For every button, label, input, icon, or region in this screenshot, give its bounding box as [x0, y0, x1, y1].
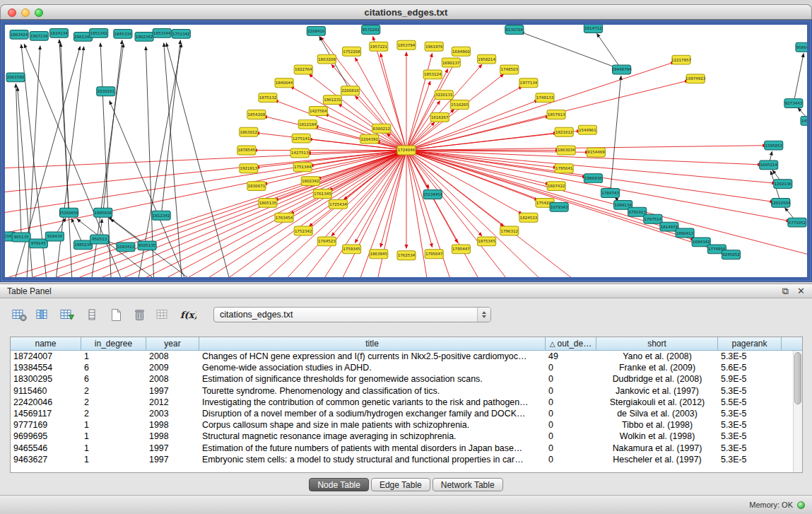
graph-node[interactable]: 1805135: [259, 198, 277, 207]
graph-node[interactable]: 1275141: [292, 134, 310, 143]
graph-node[interactable]: 1854208: [247, 110, 266, 119]
table-row[interactable]: 911546021997Tourette syndrome. Phenomeno…: [11, 385, 802, 397]
graph-node[interactable]: 1761345: [313, 189, 331, 199]
graph-node[interactable]: 9572241: [362, 25, 380, 34]
graph-node[interactable]: 1830671: [247, 182, 266, 191]
graph-node[interactable]: 1890413: [676, 228, 694, 238]
graph-node[interactable]: 2208416: [307, 26, 325, 35]
table-row[interactable]: 969969511998Structural magnetic resonanc…: [11, 431, 802, 442]
graph-node[interactable]: 1605214: [760, 160, 778, 170]
graph-node[interactable]: 25260650: [59, 208, 79, 217]
graph-node[interactable]: 1684900: [452, 47, 470, 56]
graph-node[interactable]: 6771052: [788, 218, 806, 227]
show-columns-icon[interactable]: [34, 306, 53, 324]
graph-node[interactable]: 1079343: [550, 202, 568, 211]
graph-node[interactable]: 9505135: [138, 241, 156, 250]
graph-node[interactable]: 2030161: [97, 87, 115, 96]
graph-node[interactable]: 19448794: [612, 65, 632, 74]
graph-node[interactable]: 1885838: [94, 208, 112, 217]
graph-node[interactable]: 1797514: [644, 214, 662, 223]
graph-node[interactable]: 1427564: [309, 107, 327, 116]
graph-node[interactable]: 1977134: [519, 78, 538, 88]
graph-node[interactable]: 8130704: [505, 25, 524, 34]
table-options-icon[interactable]: [10, 306, 29, 324]
graph-node[interactable]: 1690137: [442, 58, 460, 67]
graph-edge[interactable]: [18, 87, 34, 277]
graph-edge[interactable]: [5, 151, 406, 193]
graph-node[interactable]: 2061590: [6, 73, 25, 82]
graph-node[interactable]: 1752208: [343, 47, 361, 56]
citation-network-graph[interactable]: 1724046186303417956411807422175420818245…: [5, 25, 807, 277]
graph-node[interactable]: 15134454: [423, 190, 443, 199]
graph-node[interactable]: 1878545: [237, 146, 256, 155]
tab-edge-table[interactable]: Edge Table: [371, 478, 430, 491]
close-panel-icon[interactable]: ✕: [797, 286, 805, 296]
graph-edge[interactable]: [406, 69, 448, 150]
column-header-in-degree[interactable]: in_degree: [81, 337, 146, 351]
graph-node[interactable]: 1764523: [317, 237, 336, 246]
graph-node[interactable]: 1857913: [547, 110, 565, 119]
scrollbar-thumb[interactable]: [794, 352, 801, 404]
graph-node[interactable]: 1427513: [290, 148, 309, 158]
column-header-title[interactable]: title: [199, 337, 546, 351]
column-header-pagerank[interactable]: pagerank: [718, 337, 782, 351]
graph-node[interactable]: 1853124: [423, 70, 442, 79]
graph-node[interactable]: 1821612: [555, 127, 573, 136]
graph-node[interactable]: 1812342: [152, 211, 170, 220]
graph-node[interactable]: 1921813: [240, 164, 258, 173]
graph-node[interactable]: 1763454: [275, 213, 293, 222]
graph-node[interactable]: 1962342: [135, 32, 153, 41]
graph-edge[interactable]: [103, 40, 122, 213]
graph-node[interactable]: 1863012: [240, 127, 258, 136]
graph-node[interactable]: 905135: [12, 233, 30, 242]
graph-node[interactable]: 1985234: [74, 240, 93, 250]
graph-node[interactable]: 1795641: [555, 164, 573, 173]
graph-node[interactable]: 1762534: [397, 251, 416, 260]
table-row[interactable]: 977716911998Corpus callosum shape and si…: [11, 419, 802, 431]
graph-node[interactable]: 1807422: [547, 182, 565, 191]
column-header-out-de[interactable]: △out_de…: [546, 337, 596, 351]
graph-node[interactable]: 12010504: [771, 198, 792, 207]
graph-node[interactable]: 979145: [29, 239, 47, 248]
graph-node[interactable]: 1616267: [430, 112, 449, 122]
graph-node[interactable]: 2200816: [341, 86, 360, 95]
graph-node[interactable]: 1853794: [397, 40, 416, 49]
graph-edge[interactable]: [596, 33, 621, 69]
graph-node[interactable]: 1595853: [765, 141, 783, 150]
column-header-year[interactable]: year: [146, 337, 199, 351]
graph-node[interactable]: 1958214: [478, 54, 496, 64]
graph-node[interactable]: 1875132: [259, 93, 277, 103]
graph-node[interactable]: 1451413: [801, 116, 807, 125]
graph-node[interactable]: 1796312: [500, 226, 519, 235]
graph-node[interactable]: 2814712: [584, 25, 602, 33]
graph-node[interactable]: 1863945: [370, 250, 388, 259]
graph-edge[interactable]: [61, 43, 73, 277]
zoom-window-button[interactable]: [35, 8, 43, 17]
graph-node[interactable]: 1748133: [536, 93, 554, 103]
graph-node[interactable]: 12217957: [671, 55, 692, 64]
graph-node[interactable]: 1202136: [774, 180, 792, 189]
table-source-dropdown[interactable]: citations_edges.txt: [213, 307, 491, 322]
graph-node[interactable]: 1812184: [298, 119, 317, 129]
graph-node[interactable]: 9154469: [587, 148, 605, 157]
window-titlebar[interactable]: citations_edges.txt: [0, 4, 812, 20]
graph-node[interactable]: 950513: [90, 235, 109, 244]
graph-node[interactable]: 1986836: [584, 174, 602, 183]
graph-node[interactable]: 9245052: [722, 250, 740, 259]
graph-node[interactable]: 1863424: [10, 30, 28, 39]
graph-node[interactable]: 1784743: [601, 189, 619, 198]
graph-edge[interactable]: [520, 32, 621, 69]
graph-node[interactable]: 1544961: [578, 125, 596, 134]
row-height-icon[interactable]: [82, 306, 101, 324]
tab-network-table[interactable]: Network Table: [433, 478, 503, 491]
graph-edge[interactable]: [161, 40, 180, 216]
graph-node[interactable]: 1093413: [117, 243, 135, 252]
graph-node[interactable]: 9586452: [796, 42, 807, 52]
graph-node[interactable]: 1957221: [370, 42, 388, 51]
graph-node[interactable]: 1845334: [114, 29, 132, 38]
hub-node[interactable]: 1724046: [397, 146, 416, 155]
graph-node[interactable]: 1824533: [519, 213, 538, 222]
graph-node[interactable]: 1802342: [301, 177, 319, 186]
graph-node[interactable]: 8300212: [372, 124, 391, 133]
table-row[interactable]: 1456911722003Disruption of a novel membe…: [11, 408, 802, 419]
